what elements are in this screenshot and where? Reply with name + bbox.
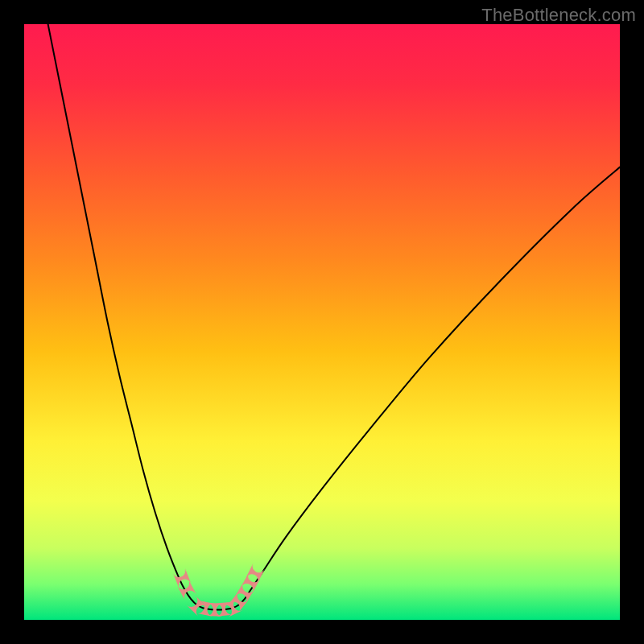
- plot-area: [24, 24, 620, 620]
- chart-frame: TheBottleneck.com: [0, 0, 644, 644]
- bottleneck-chart: [24, 24, 620, 620]
- watermark-text: TheBottleneck.com: [481, 5, 636, 26]
- gradient-background: [24, 24, 620, 620]
